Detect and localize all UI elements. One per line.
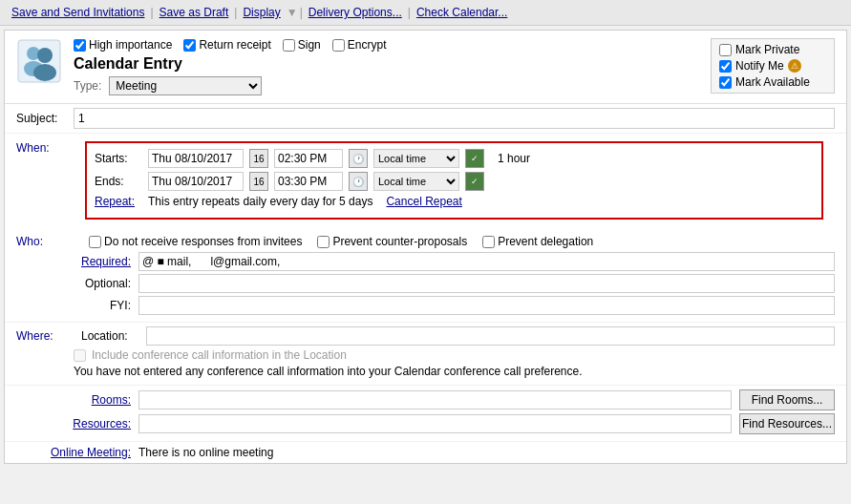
prevent-delegation-checkbox[interactable]: Prevent delegation — [482, 235, 593, 248]
repeat-info: This entry repeats daily every day for 5… — [148, 195, 372, 208]
sign-label: Sign — [298, 38, 321, 52]
end-date-input[interactable] — [148, 172, 244, 191]
location-input[interactable] — [146, 326, 835, 346]
who-checkboxes: Do not receive responses from invitees P… — [89, 235, 593, 248]
type-label: Type: — [74, 79, 101, 93]
mark-available-checkbox[interactable]: Mark Available — [719, 75, 810, 89]
cancel-repeat-link[interactable]: Cancel Repeat — [386, 195, 461, 208]
conf-call-row: Include conference call information in t… — [74, 348, 835, 362]
where-section: Where: Location: Include conference call… — [5, 323, 846, 386]
conf-call-note: You have not entered any conference call… — [74, 365, 835, 378]
required-input[interactable] — [138, 252, 835, 271]
save-send-button[interactable]: Save and Send Invitations — [8, 4, 148, 21]
who-header-row: Who: Do not receive responses from invit… — [16, 231, 835, 252]
rooms-section: Rooms: Find Rooms... Resources: Find Res… — [5, 386, 846, 442]
toolbar: Save and Send Invitations | Save as Draf… — [0, 0, 851, 26]
end-timezone-select[interactable]: Local time — [373, 172, 459, 191]
repeat-label-link[interactable]: Repeat: — [95, 195, 142, 208]
fyi-input[interactable] — [138, 296, 835, 315]
encrypt-checkbox[interactable]: Encrypt — [332, 38, 387, 52]
location-label: Location: — [81, 329, 138, 343]
return-receipt-input[interactable] — [183, 39, 196, 52]
end-date-cal-button[interactable]: 16 — [249, 172, 268, 191]
start-date-input[interactable] — [148, 149, 244, 168]
required-label-link[interactable]: Required: — [74, 255, 131, 268]
no-responses-input[interactable] — [89, 236, 101, 248]
notify-me-input[interactable] — [719, 60, 732, 73]
repeat-row: Repeat: This entry repeats daily every d… — [95, 195, 814, 208]
type-row: Type: Meeting — [74, 76, 711, 95]
encrypt-input[interactable] — [332, 39, 345, 52]
type-select[interactable]: Meeting — [109, 76, 262, 95]
where-location-row: Where: Location: — [16, 326, 835, 346]
subject-input[interactable] — [74, 108, 835, 129]
prevent-counter-checkbox[interactable]: Prevent counter-proposals — [317, 235, 467, 248]
sign-checkbox[interactable]: Sign — [283, 38, 321, 52]
svg-point-4 — [33, 64, 56, 81]
header-info: High importance Return receipt Sign Encr… — [74, 38, 711, 95]
toolbar-sep-4: | — [300, 6, 303, 19]
high-importance-checkbox[interactable]: High importance — [74, 38, 172, 52]
when-inner: Starts: 16 🕐 Local time ✓ 1 hour Ends: 1… — [85, 141, 823, 220]
mark-available-input[interactable] — [719, 76, 732, 89]
find-resources-button[interactable]: Find Resources... — [739, 413, 835, 434]
end-time-clock-button[interactable]: 🕐 — [349, 172, 368, 191]
resources-label-link[interactable]: Resources: — [16, 417, 131, 430]
prevent-delegation-input[interactable] — [482, 236, 495, 248]
save-draft-button[interactable]: Save as Draft — [156, 4, 233, 21]
high-importance-label: High importance — [89, 38, 172, 52]
start-tz-button[interactable]: ✓ — [465, 149, 484, 168]
when-label: When: — [16, 137, 74, 223]
no-responses-label: Do not receive responses from invitees — [104, 235, 302, 248]
ends-row: Ends: 16 🕐 Local time ✓ — [95, 172, 814, 191]
resources-input[interactable] — [138, 414, 732, 433]
header-section: High importance Return receipt Sign Encr… — [5, 31, 846, 104]
find-rooms-button[interactable]: Find Rooms... — [739, 389, 835, 410]
checkboxes-row: High importance Return receipt Sign Encr… — [74, 38, 711, 52]
start-time-clock-button[interactable]: 🕐 — [349, 149, 368, 168]
when-section: When: Starts: 16 🕐 Local time ✓ 1 hour E… — [5, 134, 846, 227]
conf-call-checkbox — [74, 349, 86, 362]
high-importance-input[interactable] — [74, 39, 86, 52]
check-calendar-button[interactable]: Check Calendar... — [413, 4, 511, 21]
right-options-panel: Mark Private Notify Me ⚠ Mark Available — [711, 38, 835, 94]
start-time-input[interactable] — [274, 149, 343, 168]
prevent-counter-input[interactable] — [317, 236, 330, 248]
online-meeting-label-link[interactable]: Online Meeting: — [16, 446, 131, 459]
toolbar-sep-3: ▼ — [287, 6, 298, 19]
who-label: Who: — [16, 235, 74, 248]
sign-input[interactable] — [283, 39, 295, 52]
display-button[interactable]: Display — [239, 4, 284, 21]
return-receipt-label: Return receipt — [199, 38, 270, 52]
ends-label: Ends: — [95, 175, 142, 188]
start-timezone-select[interactable]: Local time — [373, 149, 459, 168]
encrypt-label: Encrypt — [348, 38, 387, 52]
who-section: Who: Do not receive responses from invit… — [5, 227, 846, 323]
no-responses-checkbox[interactable]: Do not receive responses from invitees — [89, 235, 302, 248]
mark-private-label: Mark Private — [735, 43, 799, 56]
prevent-counter-label: Prevent counter-proposals — [332, 235, 467, 248]
delivery-options-button[interactable]: Delivery Options... — [305, 4, 406, 21]
mark-private-checkbox[interactable]: Mark Private — [719, 43, 799, 56]
fyi-label: FYI: — [74, 299, 131, 312]
duration-label: 1 hour — [498, 152, 530, 165]
rooms-input[interactable] — [138, 390, 732, 410]
mark-available-label: Mark Available — [735, 75, 810, 89]
notify-me-checkbox[interactable]: Notify Me ⚠ — [719, 59, 801, 73]
subject-label: Subject: — [16, 112, 74, 125]
online-meeting-row: Online Meeting: There is no online meeti… — [5, 442, 846, 463]
starts-label: Starts: — [95, 152, 142, 165]
rooms-label-link[interactable]: Rooms: — [16, 393, 131, 407]
calendar-icon — [16, 38, 62, 84]
return-receipt-checkbox[interactable]: Return receipt — [183, 38, 270, 52]
svg-point-3 — [37, 48, 53, 63]
optional-input[interactable] — [138, 274, 835, 293]
mark-private-input[interactable] — [719, 44, 732, 56]
end-tz-button[interactable]: ✓ — [465, 172, 484, 191]
optional-row: Optional: — [74, 274, 835, 293]
end-time-input[interactable] — [274, 172, 343, 191]
who-sub-rows: Required: Optional: FYI: — [74, 252, 835, 315]
toolbar-sep-1: | — [150, 6, 153, 19]
start-date-cal-button[interactable]: 16 — [249, 149, 268, 168]
toolbar-sep-2: | — [234, 6, 237, 19]
